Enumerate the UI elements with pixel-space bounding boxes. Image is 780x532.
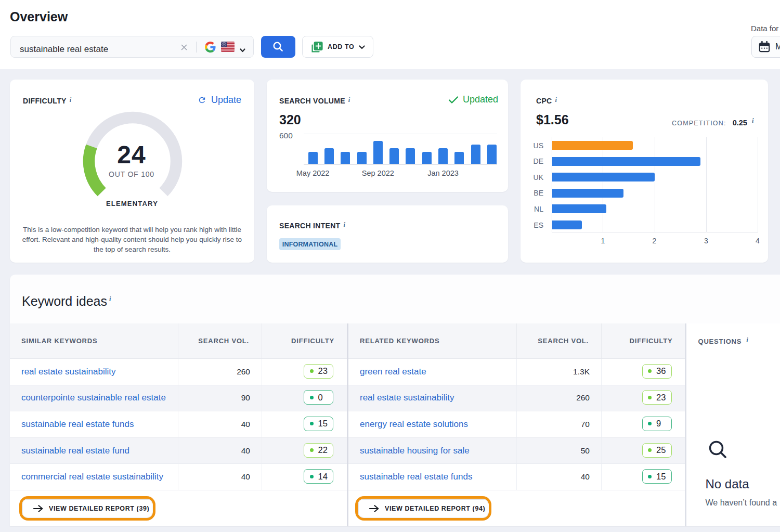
questions-title: QUESTIONSi — [698, 338, 749, 346]
keyword-link[interactable]: commercial real estate sustainability — [10, 464, 178, 490]
cpc-gridline — [603, 137, 603, 232]
intent-badge: INFORMATIONAL — [279, 238, 341, 250]
cpc-country-label: NL — [521, 205, 543, 213]
cpc-gridline — [706, 137, 707, 232]
keyword-link[interactable]: real estate sustainability — [348, 385, 517, 411]
search-volume-cell: 40 — [178, 464, 262, 490]
search-input[interactable]: sustainable real estate — [10, 36, 254, 58]
search-volume-cell: 40 — [178, 411, 262, 437]
cpc-bar — [552, 157, 700, 166]
cpc-country-label: ES — [521, 221, 543, 229]
difficulty-badge: 36 — [642, 364, 672, 379]
volume-bar — [406, 148, 415, 164]
volume-bar — [438, 148, 448, 164]
table-row: energy real estate solutions 70 9 — [348, 411, 685, 438]
volume-x-tick-label: Jan 2023 — [427, 169, 459, 177]
related-keywords-table: RELATED KEYWORDS SEARCH VOL. DIFFICULTY … — [348, 323, 685, 490]
input-divider — [196, 42, 197, 53]
volume-bar — [373, 141, 383, 164]
column-header: DIFFICULTY — [262, 323, 347, 358]
search-volume-cell: 90 — [178, 385, 262, 411]
date-range-button[interactable]: M — [751, 36, 780, 58]
volume-axis — [304, 164, 497, 165]
difficulty-badge: 23 — [304, 364, 333, 379]
add-to-label: ADD TO — [328, 43, 354, 50]
keyword-ideas-title: Keyword ideasi — [22, 294, 111, 309]
cpc-x-ticks: 1234 — [552, 237, 758, 246]
info-icon[interactable]: i — [746, 336, 748, 344]
search-button[interactable] — [261, 36, 295, 58]
volume-bar — [471, 145, 480, 164]
column-header: RELATED KEYWORDS — [348, 323, 517, 358]
volume-bar — [487, 145, 497, 164]
volume-bar — [324, 148, 334, 164]
table-row: green real estate 1.3K 36 — [348, 359, 685, 385]
similar-keywords-header: SIMILAR KEYWORDS SEARCH VOL. DIFFICULTY — [10, 323, 347, 359]
difficulty-out-of: OUT OF 100 — [82, 170, 181, 178]
difficulty-dot-icon — [648, 475, 652, 478]
difficulty-dot-icon — [310, 448, 314, 452]
info-icon[interactable]: i — [555, 96, 556, 103]
cpc-axis-left — [552, 137, 552, 232]
competition-row: COMPETITION: 0.25 i — [672, 119, 753, 127]
volume-bar — [389, 148, 399, 164]
view-detailed-report-button[interactable]: VIEW DETAILED REPORT (39) — [22, 499, 152, 517]
cpc-chart — [552, 137, 758, 232]
info-icon[interactable]: i — [343, 221, 345, 228]
add-to-chevron-icon — [359, 43, 365, 51]
search-engine-chevron-icon[interactable] — [240, 45, 245, 49]
keyword-link[interactable]: real estate sustainability — [10, 359, 178, 385]
difficulty-score: 24 — [82, 142, 181, 167]
info-icon[interactable]: i — [109, 295, 111, 303]
volume-bar — [308, 152, 318, 164]
volume-x-tick-label: Sep 2022 — [362, 169, 394, 177]
volume-x-tick-label: May 2022 — [296, 169, 330, 177]
volume-bar — [422, 152, 432, 164]
cpc-bar — [552, 220, 582, 229]
keyword-link[interactable]: sustainable real estate fund — [10, 438, 178, 464]
competition-value: 0.25 — [733, 119, 747, 127]
us-flag-icon — [221, 42, 235, 52]
cpc-axis-bottom — [552, 232, 758, 232]
search-volume-cell: 1.3K — [517, 359, 602, 385]
info-icon[interactable]: i — [70, 96, 71, 103]
data-for-label: Data for — [751, 24, 778, 33]
difficulty-badge: 15 — [642, 469, 672, 484]
keyword-link[interactable]: counterpointe sustainable real estate — [10, 385, 178, 411]
difficulty-badge: 9 — [642, 417, 672, 431]
keyword-link[interactable]: green real estate — [348, 359, 517, 385]
search-volume-cell: 260 — [178, 359, 262, 385]
keyword-link[interactable]: sustainable housing for sale — [348, 438, 517, 464]
search-volume-cell: 40 — [178, 438, 262, 464]
clear-search-icon[interactable] — [180, 43, 188, 51]
cpc-card-title: CPCi — [536, 96, 557, 106]
keyword-link[interactable]: energy real estate solutions — [348, 411, 517, 437]
cpc-x-tick-label: 2 — [653, 237, 657, 245]
table-row: commercial real estate sustainability 40… — [10, 464, 347, 490]
difficulty-card-title: DIFFICULTYi — [23, 96, 71, 106]
add-to-icon — [310, 41, 323, 54]
difficulty-badge: 25 — [642, 443, 672, 458]
similar-keywords-table: SIMILAR KEYWORDS SEARCH VOL. DIFFICULTY … — [10, 323, 347, 490]
cpc-gridline — [655, 137, 655, 232]
cpc-bar — [552, 173, 655, 181]
difficulty-dot-icon — [310, 422, 314, 425]
cpc-x-tick-label: 1 — [601, 237, 605, 245]
top-bar: Overview sustainable real estate — [0, 0, 780, 69]
difficulty-badge: 0 — [304, 390, 333, 405]
cpc-gridline — [758, 137, 758, 232]
keyword-link[interactable]: sustainable real estate funds — [10, 411, 178, 437]
cpc-bar — [552, 204, 606, 213]
keyword-link[interactable]: sustainable real estate funds — [348, 464, 517, 490]
view-detailed-report-button[interactable]: VIEW DETAILED REPORT (94) — [358, 499, 488, 517]
add-to-button[interactable]: ADD TO — [302, 36, 373, 58]
refresh-icon — [198, 96, 206, 105]
cpc-x-tick-label: 4 — [756, 237, 760, 245]
search-intent-title: SEARCH INTENTi — [279, 221, 345, 230]
info-icon[interactable]: i — [752, 117, 753, 125]
highlight-ring: VIEW DETAILED REPORT (39) — [19, 496, 155, 521]
update-button[interactable]: Update — [198, 95, 241, 106]
arrow-right-icon — [369, 505, 379, 512]
related-table-footer: VIEW DETAILED REPORT (94) — [348, 490, 685, 526]
related-keywords-header: RELATED KEYWORDS SEARCH VOL. DIFFICULTY — [348, 323, 685, 359]
